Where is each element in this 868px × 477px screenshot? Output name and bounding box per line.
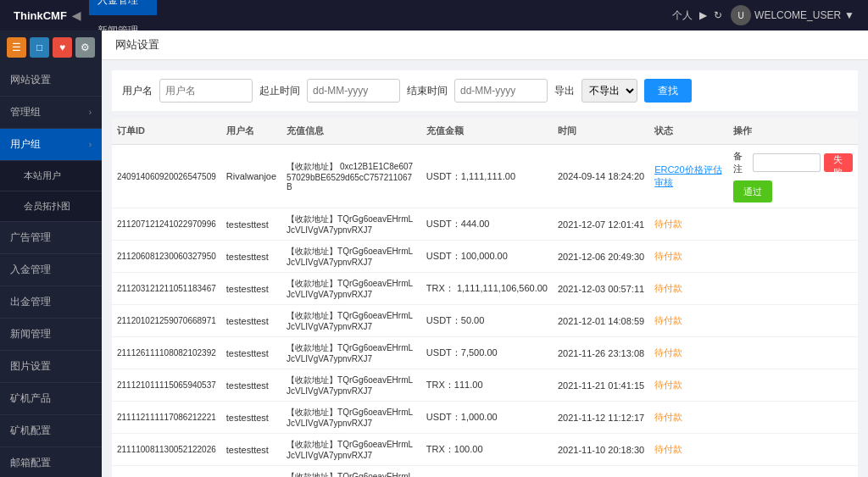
- start-time-label: 起止时间: [259, 84, 300, 98]
- col-header-操作: 操作: [728, 118, 858, 145]
- pass-button[interactable]: 通过: [733, 180, 772, 202]
- user-info: U WELCOME_USER ▼: [724, 5, 861, 25]
- username-cell: testesttest: [221, 241, 281, 273]
- end-time-input[interactable]: [454, 79, 548, 103]
- search-button[interactable]: 查找: [644, 79, 692, 103]
- table-row: 240914060920026547509Rivalwanjoe【收款地址】 0…: [112, 145, 858, 208]
- time-cell: 2021-11-10 20:18:30: [553, 434, 649, 466]
- order-id-cell: 211206081230060327950: [112, 241, 221, 273]
- info-cell: 【收款地址】TQrGg6oeavEHrmLJcVLIVgVA7ypnvRXJ7: [281, 466, 421, 478]
- export-label: 导出: [554, 84, 575, 98]
- col-header-充值信息: 充值信息: [281, 118, 421, 145]
- operation-cell: [728, 466, 858, 478]
- username-cell: testesttest: [221, 466, 281, 478]
- sidebar-label-11: 矿机配置: [10, 424, 92, 438]
- amount-cell: USDT：50.00: [421, 305, 553, 337]
- sidebar: ☰ □ ♥ ⚙ 网站设置管理组›用户组›本站用户会员拓扑图广告管理入金管理出金管…: [0, 31, 102, 477]
- amount-cell: USDT：100,000.00: [421, 241, 553, 273]
- col-header-状态: 状态: [649, 118, 728, 145]
- status-cell: 待付款: [649, 208, 728, 241]
- top-right-icons: 个人 ▶ ↻: [672, 8, 722, 23]
- sidebar-item-12[interactable]: 邮箱配置: [0, 447, 102, 477]
- sidebar-arrow-2: ›: [89, 140, 92, 149]
- refresh-icon[interactable]: ↻: [714, 9, 722, 21]
- col-header-订单ID: 订单ID: [112, 118, 221, 145]
- status-cell: 待付款: [649, 434, 728, 466]
- sidebar-item-2[interactable]: 用户组›: [0, 129, 102, 161]
- remark-input[interactable]: [753, 153, 821, 172]
- status-cell[interactable]: ERC20价格评估 审核: [649, 145, 728, 208]
- operation-cell: [728, 273, 858, 305]
- time-cell: 2024-09-14 18:24:20: [553, 145, 649, 208]
- operation-cell: 备注 失败 通过: [728, 145, 858, 208]
- time-cell: 2021-12-06 20:49:30: [553, 241, 649, 273]
- status-cell: 待付款: [649, 466, 728, 478]
- sidebar-label-8: 新闻管理: [10, 327, 92, 341]
- personal-icon[interactable]: 个人: [672, 8, 693, 23]
- order-id-cell: 211207121241022970996: [112, 208, 221, 241]
- username-cell: testesttest: [221, 273, 281, 305]
- time-cell: 2021-11-12 11:12:17: [553, 402, 649, 434]
- sidebar-label-7: 出金管理: [10, 295, 92, 309]
- status-link[interactable]: ERC20价格评估 审核: [654, 164, 721, 187]
- content-area: 用户名 起止时间 结束时间 导出 不导出 导出 查找 订单ID用户名充值信息充值…: [102, 60, 868, 477]
- status-badge: 待付款: [654, 283, 682, 293]
- play-icon[interactable]: ▶: [699, 9, 707, 21]
- time-cell: 2021-12-03 00:57:11: [553, 273, 649, 305]
- export-select[interactable]: 不导出 导出: [581, 79, 637, 103]
- btn-window[interactable]: □: [30, 37, 49, 58]
- btn-fav[interactable]: ♥: [53, 37, 72, 58]
- status-badge: 待付款: [654, 444, 682, 454]
- order-id-cell: 211110081130052122026: [112, 434, 221, 466]
- op-row-remark: 备注 失败: [733, 150, 853, 175]
- table-row: 211126111108082102392testesttest【收款地址】TQ…: [112, 337, 858, 369]
- amount-cell: TRX：100.00: [421, 434, 553, 466]
- sidebar-item-8[interactable]: 新闻管理: [0, 319, 102, 351]
- user-label: WELCOME_USER: [754, 9, 841, 21]
- amount-cell: USDT：444.00: [421, 208, 553, 241]
- table-row: 211020011027053835545testesttest【收款地址】TQ…: [112, 466, 858, 478]
- sidebar-item-4[interactable]: 会员拓扑图: [0, 191, 102, 222]
- sidebar-item-0[interactable]: 网站设置: [0, 64, 102, 97]
- sidebar-label-5: 广告管理: [10, 230, 92, 245]
- table-header: 订单ID用户名充值信息充值金额时间状态操作: [112, 118, 858, 145]
- main-content: 网站设置 用户名 起止时间 结束时间 导出 不导出 导出 查找: [102, 31, 868, 477]
- recharge-table: 订单ID用户名充值信息充值金额时间状态操作 240914060920026547…: [112, 118, 858, 477]
- sidebar-item-6[interactable]: 入金管理: [0, 254, 102, 286]
- username-cell: testesttest: [221, 337, 281, 369]
- sidebar-label-1: 管理组: [10, 105, 82, 119]
- info-cell: 【收款地址】TQrGg6oeavEHrmLJcVLIVgVA7ypnvRXJ7: [281, 241, 421, 273]
- status-badge: 待付款: [654, 347, 682, 358]
- amount-cell: USDT：7,500.00: [421, 337, 553, 369]
- amount-cell: TRX：18.00: [421, 466, 553, 478]
- time-cell: 2021-12-01 14:08:59: [553, 305, 649, 337]
- start-time-input[interactable]: [307, 79, 400, 103]
- amount-cell: USDT：1,111,111.00: [421, 145, 553, 208]
- username-cell: Rivalwanjoe: [221, 145, 281, 208]
- info-cell: 【收款地址】TQrGg6oeavEHrmLJcVLIVgVA7ypnvRXJ7: [281, 305, 421, 337]
- sidebar-item-9[interactable]: 图片设置: [0, 351, 102, 383]
- btn-menu[interactable]: ☰: [7, 37, 26, 58]
- fail-button[interactable]: 失败: [824, 153, 853, 172]
- status-cell: 待付款: [649, 337, 728, 369]
- order-id-cell: 211126111108082102392: [112, 337, 221, 369]
- breadcrumb: 网站设置: [102, 31, 868, 60]
- btn-settings[interactable]: ⚙: [75, 37, 95, 58]
- sidebar-label-3: 本站用户: [24, 169, 92, 182]
- top-nav-item-入金管理[interactable]: 入金管理: [89, 0, 157, 15]
- sidebar-item-10[interactable]: 矿机产品: [0, 383, 102, 415]
- user-dropdown-icon[interactable]: ▼: [844, 9, 854, 21]
- status-cell: 待付款: [649, 402, 728, 434]
- username-cell: testesttest: [221, 402, 281, 434]
- collapse-icon[interactable]: ◀: [72, 9, 81, 22]
- sidebar-item-5[interactable]: 广告管理: [0, 222, 102, 254]
- sidebar-item-7[interactable]: 出金管理: [0, 286, 102, 319]
- top-navigation: ThinkCMF ◀ 网站设置管理员广告管理会员拓扑图本站用户入金管理新闻管理图…: [0, 0, 868, 31]
- username-input[interactable]: [159, 79, 253, 103]
- status-badge: 待付款: [654, 380, 682, 390]
- info-cell: 【收款地址】TQrGg6oeavEHrmLJcVLIVgVA7ypnvRXJ7: [281, 273, 421, 305]
- sidebar-item-1[interactable]: 管理组›: [0, 97, 102, 129]
- sidebar-item-3[interactable]: 本站用户: [0, 161, 102, 191]
- sidebar-item-11[interactable]: 矿机配置: [0, 415, 102, 447]
- operation-cell: [728, 208, 858, 241]
